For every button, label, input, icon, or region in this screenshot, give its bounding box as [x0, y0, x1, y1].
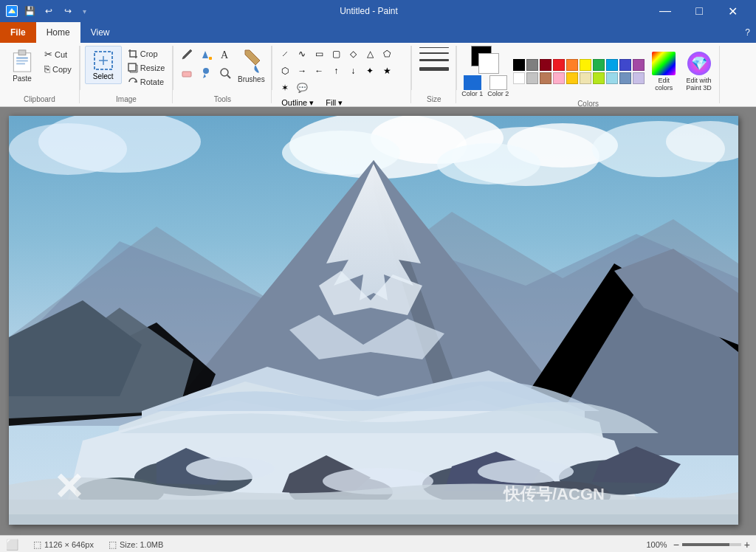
svg-rect-3 — [18, 50, 26, 55]
swatch-gray[interactable] — [526, 59, 538, 71]
swatch-red[interactable] — [553, 59, 565, 71]
shape-arrow-right-button[interactable]: → — [294, 63, 310, 79]
swatch-indigo[interactable] — [619, 59, 631, 71]
swatch-cream[interactable] — [580, 72, 591, 84]
shape-arrow-left-button[interactable]: ← — [311, 63, 327, 79]
fill-button[interactable] — [197, 46, 215, 63]
cut-label: Cut — [55, 50, 67, 59]
shape-arrow-down-button[interactable]: ↓ — [345, 63, 361, 79]
swatch-white[interactable] — [513, 72, 525, 84]
zoom-in-button[interactable]: + — [744, 539, 750, 551]
shape-pentagon-button[interactable]: ⬠ — [379, 46, 395, 62]
swatch-green[interactable] — [593, 59, 605, 71]
shape-roundrect-button[interactable]: ▢ — [328, 46, 344, 62]
tab-home[interactable]: Home — [36, 22, 80, 43]
swatch-blue[interactable] — [606, 59, 618, 71]
resize-button[interactable]: Resize — [125, 61, 168, 75]
cut-button[interactable]: ✂ Cut — [41, 47, 75, 61]
window-controls: — □ ✕ — [648, 0, 750, 22]
colors-group-content: Color 1 Color 2 — [461, 46, 715, 98]
select-button[interactable]: Select — [85, 46, 122, 84]
copy-icon: ⎘ — [44, 63, 50, 75]
brushes-button[interactable]: Brushes — [236, 46, 267, 84]
filesize-value: Size: 1.0MB — [120, 540, 163, 549]
svg-rect-11 — [182, 72, 191, 77]
qa-redo-button[interactable]: ↪ — [61, 4, 75, 18]
swatch-lavender[interactable] — [633, 72, 645, 84]
swatch-lightblue[interactable] — [606, 72, 618, 84]
color1-selector[interactable]: Color 1 — [461, 75, 483, 98]
swatch-steelblue[interactable] — [619, 72, 631, 84]
shape-triangle-button[interactable]: △ — [362, 46, 378, 62]
rotate-label: Rotate — [140, 77, 164, 86]
color-picker-button[interactable] — [197, 64, 215, 82]
shape-diamond-button[interactable]: ◇ — [345, 46, 361, 62]
paste-button[interactable]: Paste — [4, 46, 40, 84]
paste-label: Paste — [13, 75, 32, 83]
paint3d-icon: 💎 — [687, 52, 711, 75]
tools-group-content: A — [178, 46, 267, 94]
status-center: ⬚ 1126 × 646px ⬚ Size: 1.0MB — [33, 539, 631, 550]
copy-button[interactable]: ⎘ Copy — [41, 62, 75, 76]
paint-canvas[interactable]: ✕ 快传号/ACGN — [9, 116, 738, 525]
swatch-lime[interactable] — [593, 72, 605, 84]
size-selector[interactable] — [418, 46, 450, 72]
eraser-button[interactable] — [178, 64, 196, 82]
tab-file[interactable]: File — [0, 22, 36, 43]
tools-group: A — [173, 46, 272, 103]
canvas-area[interactable]: ✕ 快传号/ACGN — [0, 107, 756, 535]
shape-star4-button[interactable]: ✦ — [362, 63, 378, 79]
swatch-black[interactable] — [513, 59, 525, 71]
help-button[interactable]: ? — [745, 27, 750, 38]
edit-colors-button[interactable]: Editcolors — [649, 50, 678, 93]
filesize-icon: ⬚ — [109, 539, 117, 550]
color2-selector[interactable]: Color 2 — [487, 75, 509, 98]
minimize-button[interactable]: — — [648, 0, 682, 22]
svg-rect-9 — [209, 57, 212, 60]
swatch-pink[interactable] — [553, 72, 565, 84]
shape-hexagon-button[interactable]: ⬡ — [277, 63, 293, 79]
svg-point-19 — [282, 131, 400, 175]
shape-curve-button[interactable]: ∿ — [294, 46, 310, 62]
svg-text:A: A — [221, 49, 229, 61]
edit-paint3d-button[interactable]: 💎 Edit withPaint 3D — [683, 50, 715, 93]
swatch-yellow[interactable] — [580, 59, 591, 71]
zoom-slider[interactable] — [682, 543, 741, 546]
qa-save-button[interactable]: 💾 — [22, 4, 37, 18]
shape-star5-button[interactable]: ★ — [379, 63, 395, 79]
clipboard-group: Paste ✂ Cut ⎘ Copy Clipboard — [0, 46, 80, 103]
crop-button[interactable]: Crop — [125, 47, 168, 61]
qa-undo-button[interactable]: ↩ — [41, 4, 56, 18]
shape-rect-button[interactable]: ▭ — [311, 46, 327, 62]
color-row-2 — [513, 72, 645, 84]
shape-callout-button[interactable]: 💬 — [294, 80, 310, 96]
shape-star6-button[interactable]: ✶ — [277, 80, 293, 96]
zoom-out-button[interactable]: − — [673, 539, 679, 551]
title-bar: 💾 ↩ ↪ ▾ Untitled - Paint — □ ✕ — [0, 0, 756, 22]
status-bar: ⬜ ⬚ 1126 × 646px ⬚ Size: 1.0MB 100% − + — [0, 535, 756, 552]
shapes-group: ⟋ ∿ ▭ ▢ ◇ △ ⬠ ⬡ → ← ↑ ↓ ✦ ★ — [272, 46, 411, 103]
image-group-content: Select Crop Resize Rotate — [85, 46, 168, 94]
maximize-button[interactable]: □ — [682, 0, 716, 22]
ribbon: File Home View ? — [0, 22, 756, 107]
swatch-purple[interactable] — [633, 59, 645, 71]
color2-display[interactable] — [478, 53, 499, 74]
status-right: 100% − + — [646, 539, 750, 551]
swatch-lightgray[interactable] — [526, 72, 538, 84]
resize-label: Resize — [140, 63, 165, 72]
pencil-button[interactable] — [178, 46, 196, 63]
text-button[interactable]: A — [216, 46, 234, 63]
swatch-brown[interactable] — [540, 72, 551, 84]
shape-arrow-up-button[interactable]: ↑ — [328, 63, 344, 79]
close-button[interactable]: ✕ — [716, 0, 750, 22]
rotate-button[interactable]: Rotate — [125, 75, 168, 89]
swatch-darkred[interactable] — [540, 59, 551, 71]
shape-line-button[interactable]: ⟋ — [277, 46, 293, 62]
size-label: Size — [427, 95, 441, 103]
swatch-gold[interactable] — [566, 72, 578, 84]
tab-view[interactable]: View — [80, 22, 120, 43]
magnifier-button[interactable] — [216, 64, 234, 82]
dimensions-icon: ⬚ — [33, 539, 41, 550]
swatch-orange[interactable] — [566, 59, 578, 71]
ribbon-tabs: File Home View ? — [0, 22, 756, 43]
